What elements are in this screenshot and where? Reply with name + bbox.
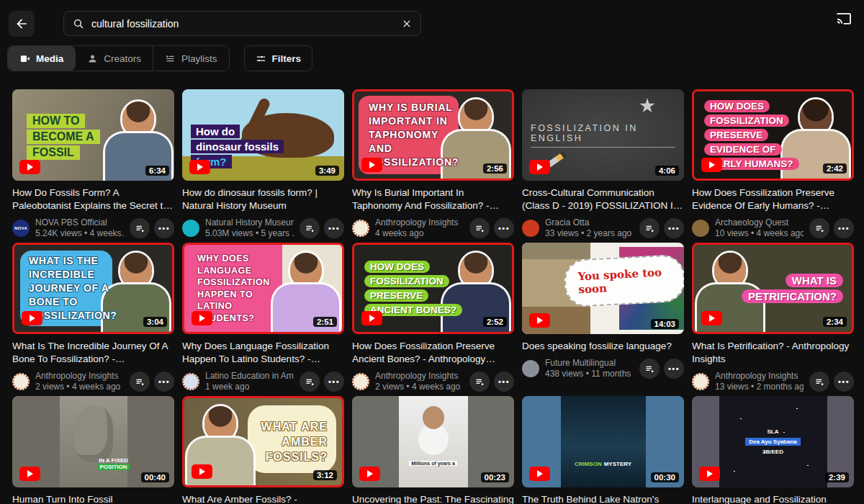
video-title[interactable]: Cross-Cultural Communication (Class D - …: [522, 186, 684, 212]
tab-media[interactable]: Media: [8, 46, 76, 71]
video-title[interactable]: What Is Petrification? - Anthropology In…: [692, 340, 854, 366]
channel-name[interactable]: Future Multilingual: [545, 358, 634, 369]
video-card[interactable]: Millions of years a 00:23 Uncovering the…: [352, 396, 514, 504]
add-to-queue-button[interactable]: [809, 372, 829, 392]
more-options-button[interactable]: •••: [834, 372, 854, 392]
video-thumbnail[interactable]: HOW TOBECOME AFOSSIL 6:34: [12, 89, 174, 181]
video-title[interactable]: Why Is Burial Important In Taphonomy And…: [352, 186, 514, 212]
video-card[interactable]: IN A FIXEDPOSITION 00:40 Human Turn Into…: [12, 396, 174, 504]
channel-avatar[interactable]: [182, 220, 199, 237]
channel-avatar[interactable]: [522, 220, 539, 237]
video-card[interactable]: You spoke too soon 14:03 Does speaking f…: [522, 243, 684, 388]
channel-name[interactable]: Latino Education in Am…: [205, 371, 294, 382]
channel-avatar[interactable]: [12, 373, 30, 390]
video-thumbnail[interactable]: How dodinosaur fossilsform? 3:49: [182, 89, 344, 181]
video-title[interactable]: Does speaking fossilize language?: [522, 340, 684, 353]
clear-search-button[interactable]: [402, 19, 412, 29]
thumbnail-text: SLA: [768, 428, 779, 435]
video-thumbnail[interactable]: Millions of years a 00:23: [352, 396, 514, 487]
channel-avatar[interactable]: NOVA: [12, 220, 30, 237]
more-options-button[interactable]: •••: [664, 359, 684, 379]
cast-button[interactable]: [835, 10, 852, 27]
channel-name[interactable]: Anthropology Insights: [375, 217, 464, 228]
video-card[interactable]: CRIMSONMYSTERY 00:30 The Truth Behind La…: [522, 396, 684, 504]
video-title[interactable]: How Does Fossilization Preserve Ancient …: [352, 340, 514, 366]
more-options-button[interactable]: •••: [324, 372, 344, 392]
add-to-queue-button[interactable]: [300, 372, 320, 392]
thumbnail-text: FOSSILIZATION IN ENGLISH: [531, 123, 675, 148]
video-card[interactable]: FOSSILIZATION IN ENGLISH 4:06 Cross-Cult…: [522, 89, 684, 235]
video-title[interactable]: The Truth Behind Lake Natron's: [522, 493, 684, 504]
add-to-queue-button[interactable]: [300, 218, 320, 238]
more-options-button[interactable]: •••: [324, 218, 344, 238]
video-card[interactable]: How dodinosaur fossilsform? 3:49 How do …: [182, 89, 344, 235]
more-options-button[interactable]: •••: [154, 218, 174, 238]
add-to-queue-button[interactable]: [130, 372, 150, 392]
more-options-button[interactable]: •••: [834, 218, 854, 238]
back-button[interactable]: [9, 11, 35, 37]
video-card[interactable]: WHAT AREAMBERFOSSILS? 3:12 What Are Ambe…: [182, 396, 344, 504]
video-title[interactable]: What Are Amber Fossils? -: [182, 493, 344, 504]
more-options-button[interactable]: •••: [154, 372, 174, 392]
video-meta-row: NOVA NOVA PBS Official 5.24K views • 4 w…: [12, 217, 174, 239]
channel-name[interactable]: Natural History Museum: [205, 217, 294, 228]
video-card[interactable]: SLADea Ayu Syabana3B/EED 2:39 Interlangu…: [692, 396, 854, 504]
add-to-queue-button[interactable]: [130, 218, 150, 238]
video-thumbnail[interactable]: FOSSILIZATION IN ENGLISH 4:06: [522, 89, 684, 181]
channel-avatar[interactable]: [182, 373, 199, 390]
thumbnail-text: You spoke too soon: [563, 254, 684, 308]
channel-avatar[interactable]: [352, 373, 369, 390]
video-title[interactable]: How Do Fossils Form? A Paleobotanist Exp…: [12, 186, 174, 212]
add-to-queue-button[interactable]: [469, 372, 490, 392]
video-thumbnail[interactable]: SLADea Ayu Syabana3B/EED 2:39: [692, 396, 854, 487]
channel-name[interactable]: Gracia Otta: [545, 217, 634, 228]
video-card[interactable]: HOW TOBECOME AFOSSIL 6:34 How Do Fossils…: [12, 89, 174, 235]
channel-name[interactable]: Archaeology Quest: [715, 217, 804, 228]
video-thumbnail[interactable]: WHAT ISPETRIFICATION? 2:34: [692, 243, 854, 334]
more-options-button[interactable]: •••: [494, 372, 514, 392]
search-input[interactable]: cultural fossilization: [63, 11, 421, 36]
video-thumbnail[interactable]: HOW DOESFOSSILIZATIONPRESERVEEVIDENCE OF…: [692, 89, 854, 181]
video-card[interactable]: WHAT ISPETRIFICATION? 2:34 What Is Petri…: [692, 243, 854, 388]
video-thumbnail[interactable]: You spoke too soon 14:03: [522, 243, 684, 334]
video-title[interactable]: What Is The Incredible Journey Of A Bone…: [12, 340, 174, 366]
video-thumbnail[interactable]: WHY IS BURIALIMPORTANT INTAPHONOMYANDFOS…: [352, 89, 514, 181]
thumbnail-text: TAPHONOMY: [369, 128, 438, 142]
video-thumbnail[interactable]: CRIMSONMYSTERY 00:30: [522, 396, 684, 487]
tab-playlists[interactable]: Playlists: [153, 46, 229, 71]
channel-avatar[interactable]: [352, 220, 369, 237]
video-title[interactable]: Why Does Language Fossilization Happen T…: [182, 340, 344, 366]
channel-name[interactable]: Anthropology Insights: [375, 371, 464, 382]
filters-button[interactable]: Filters: [244, 45, 313, 71]
video-title[interactable]: Human Turn Into Fossil: [12, 493, 174, 504]
channel-name[interactable]: Anthropology Insights: [35, 371, 124, 382]
video-thumbnail[interactable]: WHAT IS THEINCREDIBLEJOURNEY OF ABONE TO…: [12, 243, 174, 334]
add-to-queue-button[interactable]: [639, 218, 660, 238]
tab-creators[interactable]: Creators: [76, 46, 153, 71]
person-icon: [87, 53, 98, 64]
video-title[interactable]: How do dinosaur fossils form? | Natural …: [182, 186, 344, 212]
video-card[interactable]: WHY DOESLANGUAGEFOSSILIZATIONHAPPEN TOLA…: [182, 243, 344, 388]
video-title[interactable]: Interlanguage and Fossilization: [692, 493, 854, 504]
more-options-button[interactable]: •••: [664, 218, 684, 238]
video-thumbnail[interactable]: IN A FIXEDPOSITION 00:40: [12, 396, 174, 487]
add-to-queue-button[interactable]: [809, 218, 829, 238]
more-options-button[interactable]: •••: [494, 218, 514, 238]
video-thumbnail[interactable]: HOW DOESFOSSILIZATIONPRESERVEANCIENT BON…: [352, 243, 514, 334]
channel-avatar[interactable]: [692, 373, 709, 390]
video-title[interactable]: Uncovering the Past: The Fascinating: [352, 493, 514, 504]
video-thumbnail[interactable]: WHY DOESLANGUAGEFOSSILIZATIONHAPPEN TOLA…: [182, 243, 344, 334]
channel-avatar-label: NOVA: [14, 226, 27, 230]
video-card[interactable]: HOW DOESFOSSILIZATIONPRESERVEANCIENT BON…: [352, 243, 514, 388]
video-thumbnail[interactable]: WHAT AREAMBERFOSSILS? 3:12: [182, 396, 344, 487]
add-to-queue-button[interactable]: [469, 218, 490, 238]
channel-avatar[interactable]: [692, 220, 709, 237]
channel-name[interactable]: Anthropology Insights: [715, 371, 804, 382]
video-card[interactable]: HOW DOESFOSSILIZATIONPRESERVEEVIDENCE OF…: [692, 89, 854, 235]
video-title[interactable]: How Does Fossilization Preserve Evidence…: [692, 186, 854, 212]
add-to-queue-button[interactable]: [639, 359, 660, 379]
channel-name[interactable]: NOVA PBS Official: [35, 217, 124, 228]
channel-avatar[interactable]: [522, 360, 539, 377]
video-card[interactable]: WHAT IS THEINCREDIBLEJOURNEY OF ABONE TO…: [12, 243, 174, 388]
video-card[interactable]: WHY IS BURIALIMPORTANT INTAPHONOMYANDFOS…: [352, 89, 514, 235]
